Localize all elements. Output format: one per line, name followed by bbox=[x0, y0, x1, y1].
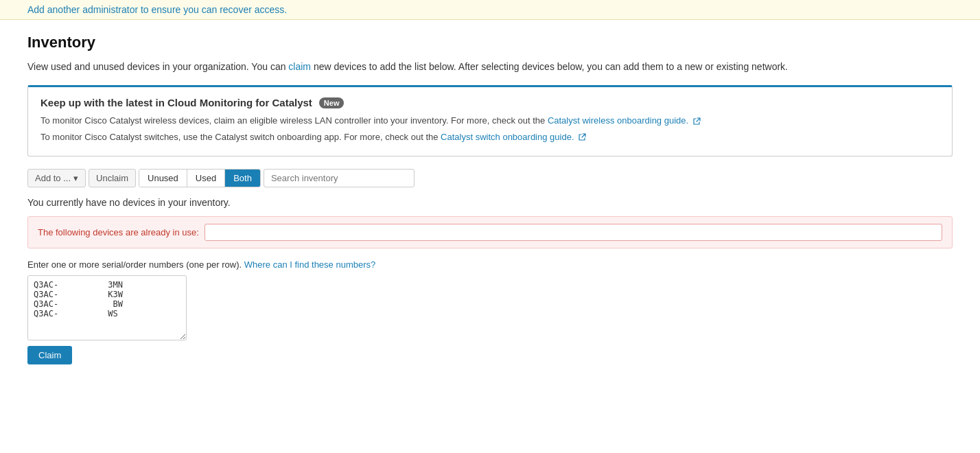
error-devices-input[interactable] bbox=[205, 224, 942, 241]
info-card-line2: To monitor Cisco Catalyst switches, use … bbox=[40, 130, 940, 144]
filter-both-button[interactable]: Both bbox=[225, 170, 260, 187]
subtitle-text-before: View used and unused devices in your org… bbox=[27, 61, 288, 72]
claim-label-text: Enter one or more serial/order numbers (… bbox=[27, 259, 244, 270]
info-card-line1: To monitor Cisco Catalyst wireless devic… bbox=[40, 114, 940, 128]
filter-used-button[interactable]: Used bbox=[187, 170, 225, 187]
search-input[interactable] bbox=[264, 169, 415, 187]
top-banner: Add another administrator to ensure you … bbox=[0, 0, 980, 20]
info-card-line2-text: To monitor Cisco Catalyst switches, use … bbox=[40, 132, 441, 142]
claim-button[interactable]: Claim bbox=[27, 346, 72, 364]
unclaim-button[interactable]: Unclaim bbox=[89, 169, 136, 187]
empty-inventory-message: You currently have no devices in your in… bbox=[27, 197, 953, 208]
toolbar: Add to ... ▾ Unclaim Unused Used Both bbox=[27, 169, 953, 187]
error-text: The following devices are already in use… bbox=[38, 227, 199, 237]
external-link-icon-2 bbox=[578, 133, 586, 141]
serial-textarea[interactable] bbox=[27, 275, 187, 340]
wireless-onboarding-link[interactable]: Catalyst wireless onboarding guide. bbox=[548, 115, 688, 126]
external-link-icon bbox=[692, 117, 701, 126]
info-card: Keep up with the latest in Cloud Monitor… bbox=[27, 85, 953, 156]
filter-group: Unused Used Both bbox=[139, 169, 261, 187]
claim-section: Enter one or more serial/order numbers (… bbox=[27, 259, 953, 364]
find-numbers-link[interactable]: Where can I find these numbers? bbox=[244, 259, 376, 270]
filter-unused-button[interactable]: Unused bbox=[139, 170, 187, 187]
dropdown-arrow-icon: ▾ bbox=[73, 173, 78, 183]
info-card-title-text: Keep up with the latest in Cloud Monitor… bbox=[40, 97, 312, 108]
switch-onboarding-link[interactable]: Catalyst switch onboarding guide. bbox=[441, 132, 574, 142]
info-card-title: Keep up with the latest in Cloud Monitor… bbox=[40, 97, 940, 108]
page-title: Inventory bbox=[27, 34, 953, 51]
add-to-button[interactable]: Add to ... ▾ bbox=[27, 169, 86, 187]
new-badge: New bbox=[319, 97, 345, 108]
info-card-line1-text: To monitor Cisco Catalyst wireless devic… bbox=[40, 115, 548, 126]
claim-link[interactable]: claim bbox=[288, 61, 311, 72]
subtitle: View used and unused devices in your org… bbox=[27, 60, 953, 74]
main-content: Inventory View used and unused devices i… bbox=[0, 20, 980, 378]
add-to-label: Add to ... bbox=[35, 173, 71, 183]
subtitle-text-after: new devices to add the list below. After… bbox=[311, 61, 788, 72]
admin-recovery-link[interactable]: Add another administrator to ensure you … bbox=[27, 4, 287, 15]
error-banner: The following devices are already in use… bbox=[27, 216, 953, 248]
claim-label: Enter one or more serial/order numbers (… bbox=[27, 259, 953, 270]
